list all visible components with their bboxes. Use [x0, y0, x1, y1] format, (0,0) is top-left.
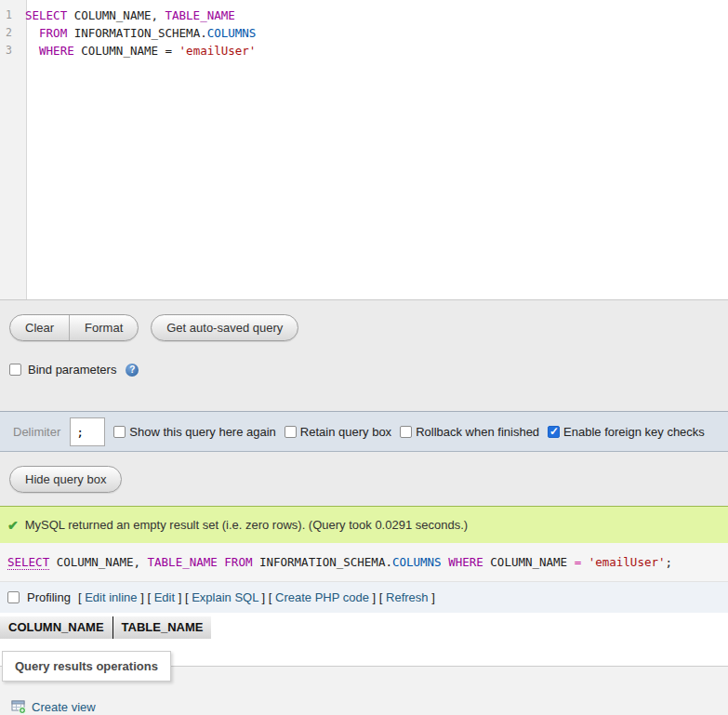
editor-line: 2 FROM INFORMATION_SCHEMA.COLUMNS [0, 24, 728, 42]
profiling-row: Profiling [ Edit inline ] [ Edit ] [ Exp… [0, 582, 728, 613]
sql-token[interactable]: SELECT [7, 555, 49, 570]
sql-token [442, 555, 449, 569]
sql-token: = [575, 555, 582, 569]
column-header: TABLE_NAME [113, 616, 212, 639]
success-message-bar: ✔ MySQL returned an empty result set (i.… [0, 506, 728, 543]
sql-token: 'emailUser' [589, 555, 666, 569]
profiling-link[interactable]: Edit [154, 590, 175, 604]
query-option[interactable]: Retain query box [285, 425, 391, 439]
bracket-open: [ [265, 590, 275, 604]
result-table-header: COLUMN_NAMETABLE_NAME [0, 616, 211, 639]
query-option[interactable]: Enable foreign key checks [548, 425, 705, 439]
sql-token: COLUMN_NAME, [67, 8, 165, 22]
query-options: Show this query here againRetain query b… [105, 425, 705, 439]
sql-token: FROM [39, 26, 67, 40]
sql-token: WHERE [448, 555, 483, 569]
delimiter-bar: Delimiter Show this query here againReta… [0, 411, 728, 452]
sql-token: INFORMATION_SCHEMA. [252, 555, 392, 569]
bracket-open: [ [144, 590, 154, 604]
sql-token: COLUMNS [207, 26, 257, 40]
sql-token [581, 555, 589, 569]
bind-parameters-row: Bind parameters ? [9, 363, 728, 377]
profiling-link[interactable]: Create PHP code [275, 590, 369, 604]
bracket-close: ] [138, 590, 144, 604]
bracket-open: [ [181, 590, 192, 604]
checkbox-checked[interactable] [548, 426, 560, 438]
sql-token: COLUMN_NAME [483, 555, 575, 569]
profiling-link[interactable]: Edit inline [85, 590, 137, 604]
bracket-close: ] [429, 590, 435, 604]
code-line: FROM INFORMATION_SCHEMA.COLUMNS [20, 24, 256, 42]
delimiter-label: Delimiter [13, 425, 60, 439]
hide-query-box-button[interactable]: Hide query box [9, 466, 122, 493]
query-results-operations: Query results operations Create view [0, 651, 728, 715]
button-row: Clear Format Get auto-saved query [9, 314, 728, 341]
sql-token: COLUMNS [392, 555, 442, 569]
delimiter-input[interactable] [70, 417, 105, 446]
executed-sql-statement: SELECT COLUMN_NAME, TABLE_NAME FROM INFO… [0, 543, 728, 582]
code-line: WHERE COLUMN_NAME = 'emailUser' [20, 42, 256, 60]
profiling-links: [ Edit inline ] [ Edit ] [ Explain SQL ]… [78, 590, 435, 604]
editor-line: 3 WHERE COLUMN_NAME = 'emailUser' [0, 42, 728, 60]
success-check-icon: ✔ [7, 518, 19, 533]
line-number: 3 [0, 42, 20, 60]
sql-editor[interactable]: 1SELECT COLUMN_NAME, TABLE_NAME2 FROM IN… [0, 0, 728, 299]
help-icon[interactable]: ? [126, 364, 139, 377]
clear-format-button-group: Clear Format [9, 314, 139, 341]
sql-token: ; [666, 555, 673, 569]
query-option[interactable]: Rollback when finished [400, 425, 539, 439]
create-view-label: Create view [32, 700, 96, 714]
sql-token: TABLE_NAME [148, 555, 218, 569]
checkbox-unchecked[interactable] [285, 426, 297, 438]
sql-token [49, 555, 57, 569]
sql-token: COLUMN_NAME, [57, 555, 148, 569]
profiling-label: Profiling [27, 590, 71, 604]
create-view-icon [11, 699, 26, 714]
profiling-link[interactable]: Refresh [386, 590, 429, 604]
sql-token: WHERE [39, 44, 74, 58]
bind-parameters-label: Bind parameters [28, 363, 116, 377]
query-option[interactable]: Show this query here again [113, 425, 276, 439]
line-number: 1 [0, 7, 20, 24]
clear-button[interactable]: Clear [10, 315, 69, 340]
query-toolbar-panel: Clear Format Get auto-saved query Bind p… [0, 299, 728, 411]
bracket-open: [ [376, 590, 386, 604]
sql-token [25, 44, 39, 58]
sql-token: 'emailUser' [179, 44, 257, 58]
sql-token: FROM [224, 555, 252, 569]
query-option-label: Show this query here again [129, 425, 276, 439]
column-header: COLUMN_NAME [0, 616, 113, 639]
sql-token: INFORMATION_SCHEMA. [67, 26, 207, 40]
bind-parameters-checkbox[interactable] [9, 364, 21, 376]
code-line: SELECT COLUMN_NAME, TABLE_NAME [20, 7, 235, 24]
profiling-checkbox[interactable] [7, 591, 20, 603]
query-option-label: Enable foreign key checks [563, 425, 705, 439]
get-autosaved-query-button[interactable]: Get auto-saved query [151, 314, 298, 341]
format-button[interactable]: Format [69, 315, 138, 340]
profiling-link[interactable]: Explain SQL [192, 590, 258, 604]
checkbox-unchecked[interactable] [400, 426, 412, 438]
hide-query-panel: Hide query box [0, 452, 728, 506]
line-number: 2 [0, 24, 20, 42]
query-option-label: Rollback when finished [416, 425, 539, 439]
editor-lines: 1SELECT COLUMN_NAME, TABLE_NAME2 FROM IN… [0, 0, 728, 60]
query-option-label: Retain query box [300, 425, 391, 439]
success-message-text: MySQL returned an empty result set (i.e.… [25, 518, 468, 532]
checkbox-unchecked[interactable] [113, 426, 126, 438]
sql-token [25, 26, 39, 40]
sql-token: SELECT [25, 8, 67, 22]
sql-token: TABLE_NAME [165, 8, 235, 22]
create-view-link[interactable]: Create view [11, 699, 96, 714]
sql-token [218, 555, 225, 569]
sql-token: COLUMN_NAME = [74, 44, 179, 58]
fieldset-legend: Query results operations [2, 651, 171, 682]
editor-line: 1SELECT COLUMN_NAME, TABLE_NAME [0, 7, 728, 24]
